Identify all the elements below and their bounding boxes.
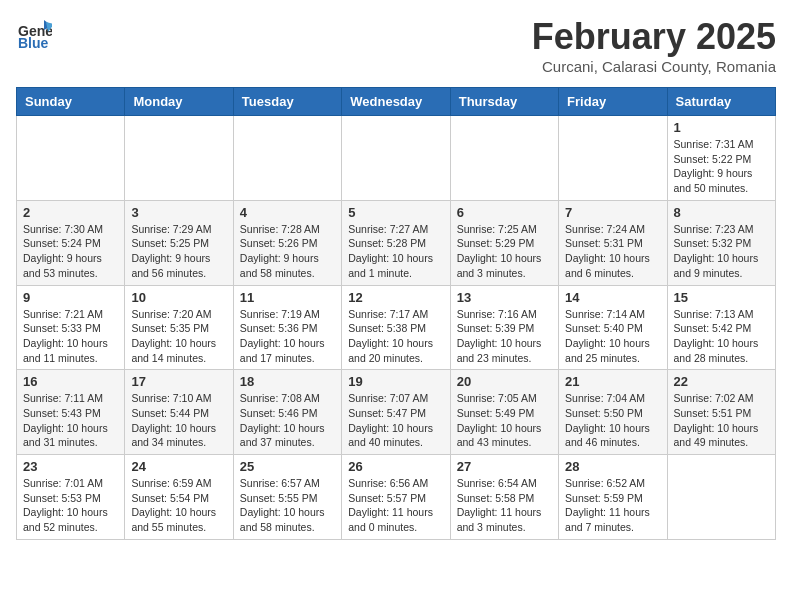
day-number: 1 bbox=[674, 120, 769, 135]
day-info: Sunrise: 7:29 AMSunset: 5:25 PMDaylight:… bbox=[131, 222, 226, 281]
day-number: 9 bbox=[23, 290, 118, 305]
day-number: 21 bbox=[565, 374, 660, 389]
day-number: 14 bbox=[565, 290, 660, 305]
col-wednesday: Wednesday bbox=[342, 88, 450, 116]
table-row: 25Sunrise: 6:57 AMSunset: 5:55 PMDayligh… bbox=[233, 455, 341, 540]
day-info: Sunrise: 7:25 AMSunset: 5:29 PMDaylight:… bbox=[457, 222, 552, 281]
table-row: 15Sunrise: 7:13 AMSunset: 5:42 PMDayligh… bbox=[667, 285, 775, 370]
day-info: Sunrise: 7:08 AMSunset: 5:46 PMDaylight:… bbox=[240, 391, 335, 450]
table-row: 14Sunrise: 7:14 AMSunset: 5:40 PMDayligh… bbox=[559, 285, 667, 370]
location-title: Curcani, Calarasi County, Romania bbox=[532, 58, 776, 75]
table-row: 28Sunrise: 6:52 AMSunset: 5:59 PMDayligh… bbox=[559, 455, 667, 540]
day-number: 22 bbox=[674, 374, 769, 389]
day-info: Sunrise: 7:10 AMSunset: 5:44 PMDaylight:… bbox=[131, 391, 226, 450]
title-block: February 2025 Curcani, Calarasi County, … bbox=[532, 16, 776, 75]
table-row: 18Sunrise: 7:08 AMSunset: 5:46 PMDayligh… bbox=[233, 370, 341, 455]
day-info: Sunrise: 7:07 AMSunset: 5:47 PMDaylight:… bbox=[348, 391, 443, 450]
col-thursday: Thursday bbox=[450, 88, 558, 116]
table-row: 21Sunrise: 7:04 AMSunset: 5:50 PMDayligh… bbox=[559, 370, 667, 455]
table-row: 17Sunrise: 7:10 AMSunset: 5:44 PMDayligh… bbox=[125, 370, 233, 455]
day-info: Sunrise: 6:57 AMSunset: 5:55 PMDaylight:… bbox=[240, 476, 335, 535]
table-row bbox=[667, 455, 775, 540]
day-info: Sunrise: 7:01 AMSunset: 5:53 PMDaylight:… bbox=[23, 476, 118, 535]
day-number: 8 bbox=[674, 205, 769, 220]
day-number: 25 bbox=[240, 459, 335, 474]
table-row: 3Sunrise: 7:29 AMSunset: 5:25 PMDaylight… bbox=[125, 200, 233, 285]
table-row: 22Sunrise: 7:02 AMSunset: 5:51 PMDayligh… bbox=[667, 370, 775, 455]
day-number: 19 bbox=[348, 374, 443, 389]
table-row: 4Sunrise: 7:28 AMSunset: 5:26 PMDaylight… bbox=[233, 200, 341, 285]
day-number: 23 bbox=[23, 459, 118, 474]
day-number: 24 bbox=[131, 459, 226, 474]
table-row: 11Sunrise: 7:19 AMSunset: 5:36 PMDayligh… bbox=[233, 285, 341, 370]
table-row bbox=[233, 116, 341, 201]
day-info: Sunrise: 7:27 AMSunset: 5:28 PMDaylight:… bbox=[348, 222, 443, 281]
table-row bbox=[125, 116, 233, 201]
day-number: 11 bbox=[240, 290, 335, 305]
day-number: 18 bbox=[240, 374, 335, 389]
table-row bbox=[559, 116, 667, 201]
table-row bbox=[342, 116, 450, 201]
col-tuesday: Tuesday bbox=[233, 88, 341, 116]
day-number: 27 bbox=[457, 459, 552, 474]
table-row: 26Sunrise: 6:56 AMSunset: 5:57 PMDayligh… bbox=[342, 455, 450, 540]
day-number: 12 bbox=[348, 290, 443, 305]
day-info: Sunrise: 6:54 AMSunset: 5:58 PMDaylight:… bbox=[457, 476, 552, 535]
day-number: 15 bbox=[674, 290, 769, 305]
day-info: Sunrise: 7:31 AMSunset: 5:22 PMDaylight:… bbox=[674, 137, 769, 196]
table-row: 19Sunrise: 7:07 AMSunset: 5:47 PMDayligh… bbox=[342, 370, 450, 455]
table-row: 5Sunrise: 7:27 AMSunset: 5:28 PMDaylight… bbox=[342, 200, 450, 285]
table-row: 16Sunrise: 7:11 AMSunset: 5:43 PMDayligh… bbox=[17, 370, 125, 455]
table-row: 24Sunrise: 6:59 AMSunset: 5:54 PMDayligh… bbox=[125, 455, 233, 540]
table-row: 23Sunrise: 7:01 AMSunset: 5:53 PMDayligh… bbox=[17, 455, 125, 540]
day-number: 3 bbox=[131, 205, 226, 220]
day-number: 26 bbox=[348, 459, 443, 474]
logo-icon: General Blue bbox=[16, 16, 52, 56]
col-friday: Friday bbox=[559, 88, 667, 116]
day-info: Sunrise: 6:52 AMSunset: 5:59 PMDaylight:… bbox=[565, 476, 660, 535]
table-row: 2Sunrise: 7:30 AMSunset: 5:24 PMDaylight… bbox=[17, 200, 125, 285]
svg-text:Blue: Blue bbox=[18, 35, 49, 51]
day-info: Sunrise: 7:20 AMSunset: 5:35 PMDaylight:… bbox=[131, 307, 226, 366]
calendar-header-row: Sunday Monday Tuesday Wednesday Thursday… bbox=[17, 88, 776, 116]
month-title: February 2025 bbox=[532, 16, 776, 58]
day-number: 10 bbox=[131, 290, 226, 305]
day-info: Sunrise: 7:24 AMSunset: 5:31 PMDaylight:… bbox=[565, 222, 660, 281]
page-header: General Blue February 2025 Curcani, Cala… bbox=[16, 16, 776, 75]
logo: General Blue bbox=[16, 16, 52, 56]
table-row: 7Sunrise: 7:24 AMSunset: 5:31 PMDaylight… bbox=[559, 200, 667, 285]
day-info: Sunrise: 7:30 AMSunset: 5:24 PMDaylight:… bbox=[23, 222, 118, 281]
table-row: 10Sunrise: 7:20 AMSunset: 5:35 PMDayligh… bbox=[125, 285, 233, 370]
day-number: 13 bbox=[457, 290, 552, 305]
table-row bbox=[450, 116, 558, 201]
day-number: 17 bbox=[131, 374, 226, 389]
day-info: Sunrise: 7:11 AMSunset: 5:43 PMDaylight:… bbox=[23, 391, 118, 450]
day-number: 28 bbox=[565, 459, 660, 474]
day-number: 20 bbox=[457, 374, 552, 389]
day-info: Sunrise: 7:28 AMSunset: 5:26 PMDaylight:… bbox=[240, 222, 335, 281]
day-number: 5 bbox=[348, 205, 443, 220]
table-row: 27Sunrise: 6:54 AMSunset: 5:58 PMDayligh… bbox=[450, 455, 558, 540]
day-number: 4 bbox=[240, 205, 335, 220]
col-monday: Monday bbox=[125, 88, 233, 116]
day-info: Sunrise: 7:19 AMSunset: 5:36 PMDaylight:… bbox=[240, 307, 335, 366]
day-number: 16 bbox=[23, 374, 118, 389]
day-info: Sunrise: 7:23 AMSunset: 5:32 PMDaylight:… bbox=[674, 222, 769, 281]
day-number: 2 bbox=[23, 205, 118, 220]
day-info: Sunrise: 7:17 AMSunset: 5:38 PMDaylight:… bbox=[348, 307, 443, 366]
calendar-table: Sunday Monday Tuesday Wednesday Thursday… bbox=[16, 87, 776, 540]
table-row bbox=[17, 116, 125, 201]
table-row: 12Sunrise: 7:17 AMSunset: 5:38 PMDayligh… bbox=[342, 285, 450, 370]
day-info: Sunrise: 6:56 AMSunset: 5:57 PMDaylight:… bbox=[348, 476, 443, 535]
day-info: Sunrise: 7:05 AMSunset: 5:49 PMDaylight:… bbox=[457, 391, 552, 450]
day-info: Sunrise: 6:59 AMSunset: 5:54 PMDaylight:… bbox=[131, 476, 226, 535]
table-row: 9Sunrise: 7:21 AMSunset: 5:33 PMDaylight… bbox=[17, 285, 125, 370]
table-row: 20Sunrise: 7:05 AMSunset: 5:49 PMDayligh… bbox=[450, 370, 558, 455]
day-info: Sunrise: 7:04 AMSunset: 5:50 PMDaylight:… bbox=[565, 391, 660, 450]
day-info: Sunrise: 7:16 AMSunset: 5:39 PMDaylight:… bbox=[457, 307, 552, 366]
day-number: 7 bbox=[565, 205, 660, 220]
day-info: Sunrise: 7:13 AMSunset: 5:42 PMDaylight:… bbox=[674, 307, 769, 366]
day-info: Sunrise: 7:14 AMSunset: 5:40 PMDaylight:… bbox=[565, 307, 660, 366]
day-number: 6 bbox=[457, 205, 552, 220]
table-row: 1Sunrise: 7:31 AMSunset: 5:22 PMDaylight… bbox=[667, 116, 775, 201]
